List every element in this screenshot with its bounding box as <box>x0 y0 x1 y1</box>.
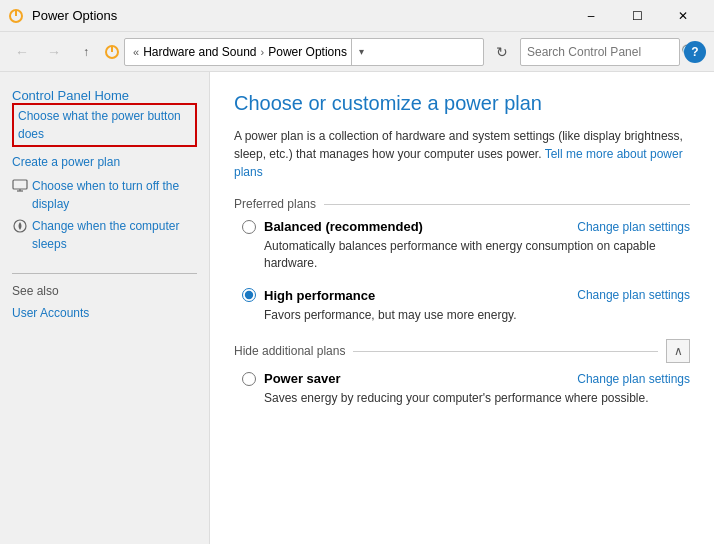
power-saver-change-link[interactable]: Change plan settings <box>577 372 690 386</box>
collapse-additional-plans-button[interactable]: ∧ <box>666 339 690 363</box>
breadcrumb-hardware-and-sound[interactable]: Hardware and Sound <box>143 45 256 59</box>
titlebar-left: Power Options <box>8 8 117 24</box>
breadcrumb-dropdown-button[interactable]: ▾ <box>351 39 371 65</box>
sidebar-item-power-button[interactable]: Choose what the power button does <box>18 107 191 143</box>
balanced-plan-row: Balanced (recommended) Change plan setti… <box>242 219 690 234</box>
arrow-separator-1: › <box>261 46 265 58</box>
forward-button[interactable]: → <box>40 38 68 66</box>
see-also-label: See also <box>12 284 197 298</box>
search-input[interactable] <box>527 45 677 59</box>
sidebar-home-link[interactable]: Control Panel Home <box>12 88 129 103</box>
sidebar-item-turn-off-display[interactable]: Choose when to turn off the display <box>32 177 197 213</box>
power-saver-plan-label: Power saver <box>242 371 341 386</box>
power-saver-plan-desc: Saves energy by reducing your computer's… <box>264 390 690 407</box>
sleep-icon <box>12 218 28 234</box>
high-performance-plan-desc: Favors performance, but may use more ene… <box>264 307 690 324</box>
high-performance-change-link[interactable]: Change plan settings <box>577 288 690 302</box>
window-title: Power Options <box>32 8 117 23</box>
preferred-plans-label: Preferred plans <box>234 197 316 211</box>
power-icon <box>8 8 24 24</box>
breadcrumb-icon <box>104 44 120 60</box>
sidebar-user-accounts-link[interactable]: User Accounts <box>12 304 197 322</box>
sidebar-item-computer-sleeps[interactable]: Change when the computer sleeps <box>32 217 197 253</box>
address-bar: ← → ↑ « Hardware and Sound › Power Optio… <box>0 32 714 72</box>
sidebar: Control Panel Home Choose what the power… <box>0 72 210 544</box>
additional-plans-divider <box>353 351 658 352</box>
balanced-plan-label: Balanced (recommended) <box>242 219 423 234</box>
content-title: Choose or customize a power plan <box>234 92 690 115</box>
help-button[interactable]: ? <box>684 41 706 63</box>
high-performance-plan-item: High performance Change plan settings Fa… <box>234 288 690 324</box>
balanced-plan-item: Balanced (recommended) Change plan setti… <box>234 219 690 272</box>
monitor-icon <box>12 178 28 194</box>
balanced-radio[interactable] <box>242 220 256 234</box>
preferred-plans-header: Preferred plans <box>234 197 690 211</box>
high-performance-plan-row: High performance Change plan settings <box>242 288 690 303</box>
close-button[interactable]: ✕ <box>660 0 706 32</box>
content-area: Choose or customize a power plan A power… <box>210 72 714 544</box>
back-button[interactable]: ← <box>8 38 36 66</box>
high-performance-plan-name: High performance <box>264 288 375 303</box>
preferred-plans-divider <box>324 204 690 205</box>
high-performance-plan-label: High performance <box>242 288 375 303</box>
title-bar: Power Options – ☐ ✕ <box>0 0 714 32</box>
up-button[interactable]: ↑ <box>72 38 100 66</box>
balanced-plan-name: Balanced (recommended) <box>264 219 423 234</box>
additional-plans-label: Hide additional plans <box>234 344 345 358</box>
content-description: A power plan is a collection of hardware… <box>234 127 690 181</box>
svg-rect-4 <box>13 180 27 189</box>
power-saver-plan-row: Power saver Change plan settings <box>242 371 690 386</box>
window-controls: – ☐ ✕ <box>568 0 706 32</box>
maximize-button[interactable]: ☐ <box>614 0 660 32</box>
sidebar-item-computer-sleeps-row: Change when the computer sleeps <box>12 217 197 253</box>
sidebar-item-create-plan[interactable]: Create a power plan <box>12 153 197 171</box>
minimize-button[interactable]: – <box>568 0 614 32</box>
additional-plans-header: Hide additional plans ∧ <box>234 339 690 363</box>
breadcrumb-power-options: Power Options <box>268 45 347 59</box>
power-saver-plan-item: Power saver Change plan settings Saves e… <box>234 371 690 407</box>
search-box: 🔍 <box>520 38 680 66</box>
breadcrumb-bar: « Hardware and Sound › Power Options ▾ <box>124 38 484 66</box>
power-saver-plan-name: Power saver <box>264 371 341 386</box>
breadcrumb-separator: « <box>133 46 139 58</box>
power-saver-radio[interactable] <box>242 372 256 386</box>
high-performance-radio[interactable] <box>242 288 256 302</box>
sidebar-item-turn-off-display-row: Choose when to turn off the display <box>12 177 197 213</box>
refresh-button[interactable]: ↻ <box>488 38 516 66</box>
main-layout: Control Panel Home Choose what the power… <box>0 72 714 544</box>
sidebar-see-also: See also User Accounts <box>12 273 197 322</box>
balanced-plan-desc: Automatically balances performance with … <box>264 238 690 272</box>
balanced-change-link[interactable]: Change plan settings <box>577 220 690 234</box>
